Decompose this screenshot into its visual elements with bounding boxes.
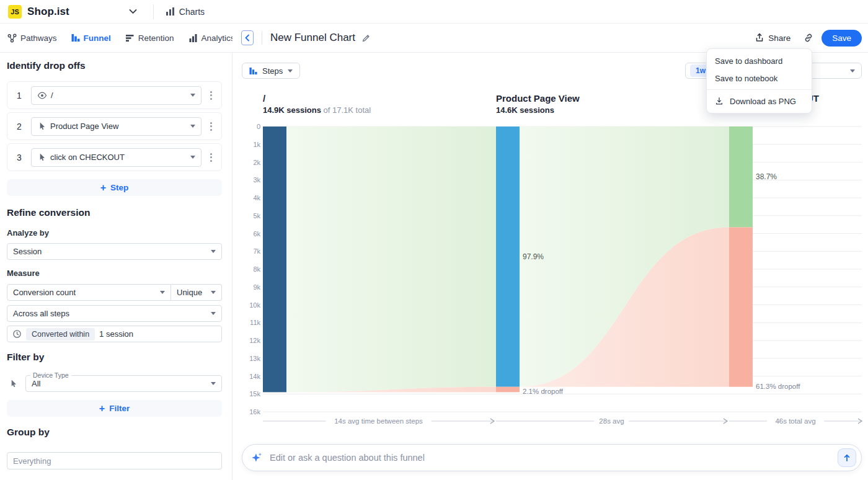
step-options-menu[interactable] xyxy=(204,153,218,162)
group-by-input-wrap xyxy=(7,452,222,469)
measure-mode-dropdown[interactable]: Unique xyxy=(171,284,222,301)
step-row-1: 1 / xyxy=(7,81,222,109)
measure-dropdown[interactable]: Conversion count xyxy=(7,284,171,301)
save-button[interactable]: Save xyxy=(822,30,862,47)
chevron-down-icon[interactable] xyxy=(129,9,137,14)
measure-row: Conversion count Unique xyxy=(7,284,222,301)
funnel-bar[interactable] xyxy=(263,127,286,392)
steps-view-dropdown[interactable]: Steps xyxy=(242,63,300,79)
send-button[interactable] xyxy=(838,448,856,467)
arrow-up-icon xyxy=(843,453,851,462)
add-step-label: Step xyxy=(110,183,128,192)
chart-title: New Funnel Chart xyxy=(270,32,355,44)
y-tick-label: 12k xyxy=(249,337,260,344)
y-tick-label: 6k xyxy=(253,230,260,238)
download-icon xyxy=(715,97,724,105)
analyze-by-dropdown[interactable]: Session xyxy=(7,243,222,260)
menu-download-png[interactable]: Download as PNG xyxy=(707,92,812,110)
step-number: 2 xyxy=(7,122,31,131)
group-by-heading: Group by xyxy=(7,427,222,438)
chevron-down-icon xyxy=(211,312,216,315)
analyze-by-value: Session xyxy=(13,247,207,256)
steps-view-label: Steps xyxy=(262,66,283,76)
step-event-label: / xyxy=(51,91,187,100)
copy-link-button[interactable] xyxy=(800,30,817,46)
step-2-event-dropdown[interactable]: Product Page View xyxy=(31,117,202,136)
analytics-icon xyxy=(188,33,198,43)
tab-retention[interactable]: Retention xyxy=(125,33,174,43)
device-type-label: Device Type xyxy=(30,371,71,379)
funnel-step-2-header: Product Page View 14.6K sessions xyxy=(496,93,701,115)
y-tick-label: 13k xyxy=(249,355,260,362)
y-tick-label: 2k xyxy=(253,159,260,166)
collapse-panel-button[interactable] xyxy=(241,30,254,45)
menu-save-to-notebook[interactable]: Save to notebook xyxy=(707,69,812,87)
step-number: 3 xyxy=(7,153,31,162)
step-options-menu[interactable] xyxy=(204,91,218,100)
nav-charts[interactable]: Charts xyxy=(166,7,205,17)
tab-funnel[interactable]: Funnel xyxy=(71,33,111,43)
ai-question-bar xyxy=(242,444,862,471)
tab-pathways[interactable]: Pathways xyxy=(7,33,57,43)
topbar: JS Shop.ist Charts xyxy=(0,0,868,24)
chart-type-tabs: Pathways Funnel Retention Analytics xyxy=(0,24,232,53)
y-tick-label: 9k xyxy=(253,283,260,291)
y-tick-label: 14k xyxy=(249,373,260,380)
step-event-label: Product Page View xyxy=(50,122,187,131)
identify-heading: Identify drop offs xyxy=(7,60,222,71)
funnel-dropoff-bar[interactable] xyxy=(729,227,753,386)
add-filter-label: Filter xyxy=(109,404,130,413)
funnel-bar[interactable] xyxy=(496,127,520,387)
eye-icon xyxy=(37,91,47,100)
step-options-menu[interactable] xyxy=(204,122,218,131)
timing-label: 46s total avg xyxy=(775,417,815,425)
pathways-icon xyxy=(7,33,17,43)
y-tick-label: 1k xyxy=(253,141,260,148)
device-type-value: All xyxy=(32,379,211,388)
funnel-icon xyxy=(249,67,257,75)
menu-item-label: Download as PNG xyxy=(730,97,796,106)
edit-title-button[interactable] xyxy=(361,33,371,43)
share-button[interactable]: Share xyxy=(750,30,795,45)
workspace-switcher[interactable]: JS Shop.ist xyxy=(0,5,69,19)
timing-label: 28s avg xyxy=(599,417,624,425)
dropoff-label: 61.3% dropoff xyxy=(756,383,800,390)
funnel-step-1-header: / 14.9K sessions of 17.1K total xyxy=(263,93,467,115)
cursor-icon xyxy=(7,379,19,388)
refine-heading: Refine conversion xyxy=(7,207,222,218)
share-icon xyxy=(755,33,764,43)
funnel-chart: 01k2k3k4k5k6k7k8k9k10k11k12k13k14k15k16k… xyxy=(232,53,868,480)
converted-within-control[interactable]: Converted within 1 session xyxy=(7,326,222,342)
tab-label: Retention xyxy=(138,33,174,43)
chevron-down-icon xyxy=(190,94,195,97)
funnel-icon xyxy=(71,33,80,42)
y-tick-label: 5k xyxy=(253,212,260,220)
dropoff-label: 2.1% dropoff xyxy=(523,388,564,395)
app-logo: JS xyxy=(8,5,22,19)
funnel-bar[interactable] xyxy=(729,127,753,227)
conversion-label: 97.9% xyxy=(523,252,544,261)
charts-label: Charts xyxy=(179,7,205,17)
converted-within-value[interactable]: 1 session xyxy=(99,329,133,339)
filter-heading: Filter by xyxy=(7,352,222,363)
device-type-dropdown[interactable]: Device Type All xyxy=(25,375,222,392)
add-step-button[interactable]: + Step xyxy=(7,179,222,196)
ai-question-input[interactable] xyxy=(270,453,838,463)
chart-icon xyxy=(166,7,175,16)
menu-save-to-dashboard[interactable]: Save to dashboard xyxy=(707,52,812,69)
step-1-event-dropdown[interactable]: / xyxy=(31,86,202,105)
across-steps-dropdown[interactable]: Across all steps xyxy=(7,305,222,322)
share-label: Share xyxy=(768,33,790,43)
cursor-icon xyxy=(37,153,46,162)
add-filter-button[interactable]: + Filter xyxy=(7,400,222,417)
chevron-down-icon xyxy=(211,291,216,294)
tab-analytics[interactable]: Analytics xyxy=(188,33,235,43)
plus-icon: + xyxy=(100,183,106,193)
funnel-flow-converted xyxy=(286,127,496,392)
step-row-3: 3 click on CHECKOUT xyxy=(7,143,222,171)
y-tick-label: 0 xyxy=(257,123,260,130)
step-3-event-dropdown[interactable]: click on CHECKOUT xyxy=(31,148,202,167)
funnel-dropoff-bar[interactable] xyxy=(496,387,520,393)
chevron-down-icon xyxy=(288,69,293,73)
group-by-input[interactable] xyxy=(13,456,216,466)
